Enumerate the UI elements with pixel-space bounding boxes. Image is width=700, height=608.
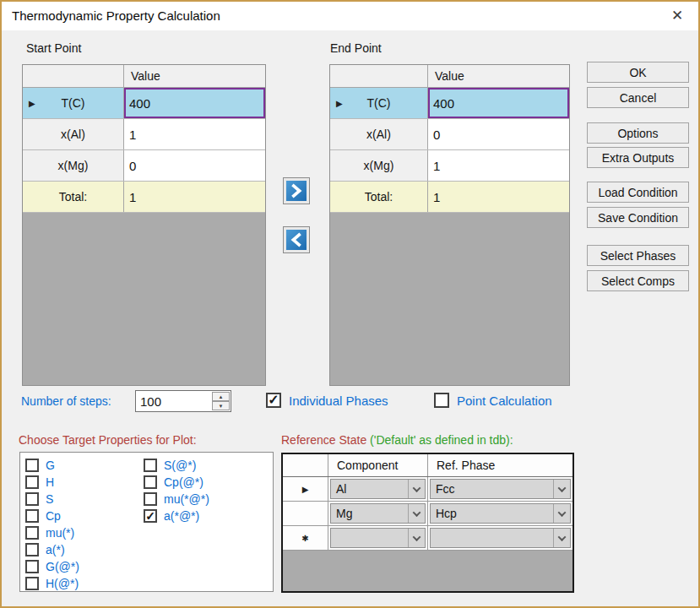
end-grid-corner[interactable] <box>330 65 428 87</box>
component-cell <box>328 526 428 550</box>
start-point-label: Start Point <box>26 41 81 55</box>
arrow-right-icon <box>286 181 307 201</box>
start-value-column-header[interactable]: Value <box>124 65 265 87</box>
property-checkbox-s[interactable] <box>25 492 39 506</box>
start-xal-value-cell[interactable]: 1 <box>124 119 265 149</box>
options-button[interactable]: Options <box>587 122 689 144</box>
property-checkbox-a[interactable] <box>25 543 39 556</box>
property-checkbox-h[interactable] <box>25 475 39 489</box>
property-checkbox-g-at[interactable] <box>25 560 39 573</box>
property-label: G(@*) <box>46 560 79 573</box>
end-row-header-tc[interactable]: ▶ T(C) <box>330 88 428 118</box>
ref-phase-cell: Hcp <box>428 502 572 525</box>
end-value-column-header[interactable]: Value <box>428 65 569 87</box>
property-label: a(*@*) <box>164 509 199 523</box>
individual-phases-checkbox[interactable]: ✓ <box>266 393 281 408</box>
property-label: G <box>46 459 55 472</box>
table-row: ▶ T(C) 400 <box>330 88 569 119</box>
property-label: Cp <box>46 509 61 523</box>
property-checkbox-g[interactable] <box>25 459 39 472</box>
start-xmg-value-cell[interactable]: 0 <box>124 150 265 181</box>
current-row-arrow-icon: ▶ <box>29 99 35 108</box>
start-row-header-xmg[interactable]: x(Mg) <box>23 150 124 181</box>
spinner-down-icon[interactable]: ▼ <box>212 401 230 410</box>
ok-button[interactable]: OK <box>587 62 689 83</box>
start-row-header-xal[interactable]: x(Al) <box>23 119 124 149</box>
phase-new-dropdown[interactable] <box>430 528 571 548</box>
property-checkbox-a-at[interactable]: ✓ <box>144 509 157 523</box>
table-row: ✱ <box>283 526 572 551</box>
property-label: H <box>46 475 54 489</box>
property-checkbox-mu[interactable] <box>25 526 39 540</box>
select-phases-button[interactable]: Select Phases <box>587 245 689 266</box>
property-label: mu(*) <box>46 526 74 540</box>
property-label: mu(*@*) <box>164 492 209 506</box>
property-checkbox-s-at[interactable] <box>144 459 157 472</box>
property-option-s: S <box>25 491 53 507</box>
end-grid-header: Value <box>330 65 569 88</box>
property-option-g-at: G(@*) <box>25 559 79 574</box>
table-row: x(Mg) 0 <box>23 150 265 182</box>
end-tc-value-cell[interactable]: 400 <box>428 88 569 118</box>
property-option-g: G <box>25 458 55 473</box>
property-option-h-at: H(@*) <box>25 576 79 591</box>
property-label: Cp(@*) <box>164 475 203 489</box>
phase-fcc-dropdown[interactable]: Fcc <box>430 479 571 499</box>
property-checkbox-mu-at[interactable] <box>144 492 157 506</box>
property-checkbox-h-at[interactable] <box>25 577 39 590</box>
table-row: ▶ Al Fcc <box>283 477 572 502</box>
current-row-arrow-icon: ▶ <box>336 99 343 108</box>
property-option-h: H <box>25 475 54 490</box>
dropdown-value: Mg <box>331 507 408 520</box>
table-row: x(Mg) 1 <box>330 150 569 182</box>
end-row-header-xmg[interactable]: x(Mg) <box>330 150 428 181</box>
dropdown-value: Fcc <box>431 482 553 496</box>
property-option-cp: Cp <box>25 508 61 524</box>
property-option-cp-at: Cp(@*) <box>144 475 203 490</box>
start-grid-header: Value <box>23 65 265 88</box>
property-label: H(@*) <box>46 577 79 590</box>
end-row-header-xal[interactable]: x(Al) <box>330 119 428 149</box>
start-tc-value-cell[interactable]: 400 <box>124 88 265 118</box>
row-marker[interactable] <box>283 502 328 525</box>
start-row-header-tc[interactable]: ▶ T(C) <box>23 88 124 118</box>
end-row-header-total: Total: <box>330 182 428 212</box>
spinner-up-icon[interactable]: ▲ <box>212 392 230 401</box>
end-row-label-total: Total: <box>365 190 393 204</box>
reference-state-title-green: ('Default' as defined in tdb): <box>366 433 513 447</box>
extra-outputs-button[interactable]: Extra Outputs <box>587 147 689 168</box>
property-checkbox-cp-at[interactable] <box>144 475 157 489</box>
reference-state-table: Component Ref. Phase ▶ Al Fcc <box>281 453 574 593</box>
save-condition-button[interactable]: Save Condition <box>587 207 689 228</box>
load-condition-button[interactable]: Load Condition <box>587 182 689 203</box>
property-checkbox-cp[interactable] <box>25 509 39 523</box>
property-option-a-at: ✓ a(*@*) <box>144 508 199 524</box>
ref-phase-column-header[interactable]: Ref. Phase <box>428 454 572 476</box>
component-mg-dropdown[interactable]: Mg <box>330 503 426 524</box>
start-row-label-total: Total: <box>59 190 87 204</box>
copy-to-end-button[interactable] <box>283 177 310 204</box>
component-new-dropdown[interactable] <box>330 528 426 548</box>
start-row-header-total: Total: <box>23 182 124 212</box>
component-column-header[interactable]: Component <box>328 454 428 476</box>
end-xal-value-cell[interactable]: 0 <box>428 119 569 149</box>
chevron-down-icon <box>408 480 425 498</box>
component-al-dropdown[interactable]: Al <box>330 479 426 499</box>
titlebar[interactable]: Thermodynamic Property Calculation ✕ <box>2 2 698 30</box>
new-row-asterisk-icon[interactable]: ✱ <box>283 526 328 550</box>
cancel-button[interactable]: Cancel <box>587 87 689 108</box>
end-xmg-value-cell[interactable]: 1 <box>428 150 569 181</box>
end-row-label-xmg: x(Mg) <box>364 159 394 172</box>
current-row-arrow-icon[interactable]: ▶ <box>283 477 328 501</box>
start-grid-corner[interactable] <box>23 65 124 87</box>
point-calculation-checkbox[interactable] <box>434 393 449 408</box>
individual-phases-label: Individual Phases <box>289 394 388 408</box>
close-icon[interactable]: ✕ <box>666 6 688 26</box>
copy-to-start-button[interactable] <box>283 226 310 253</box>
thermodynamic-property-calculation-dialog: Thermodynamic Property Calculation ✕ Sta… <box>0 0 700 608</box>
table-row: Total: 1 <box>23 182 265 213</box>
phase-hcp-dropdown[interactable]: Hcp <box>430 503 571 524</box>
chevron-down-icon <box>408 529 425 547</box>
property-option-mu-at: mu(*@*) <box>144 491 209 507</box>
select-comps-button[interactable]: Select Comps <box>587 270 689 291</box>
